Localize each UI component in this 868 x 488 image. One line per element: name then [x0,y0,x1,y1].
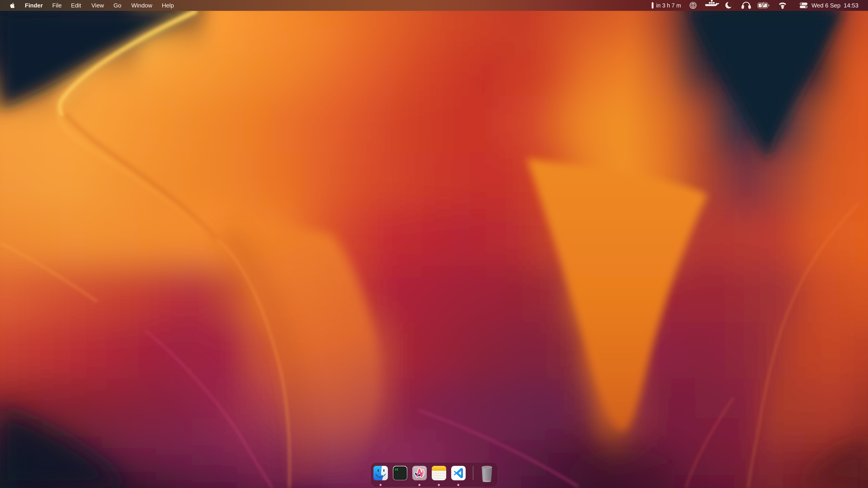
svg-text:$: $ [395,468,397,471]
